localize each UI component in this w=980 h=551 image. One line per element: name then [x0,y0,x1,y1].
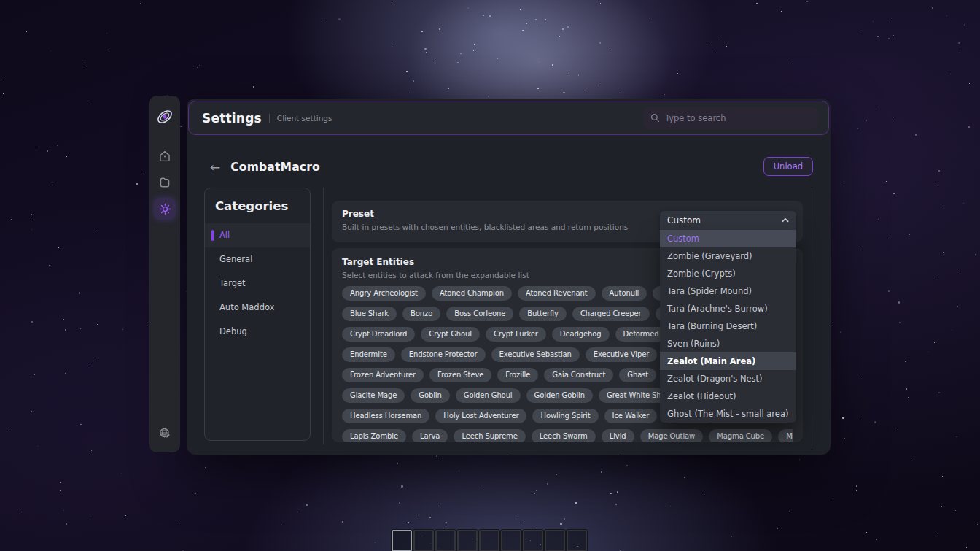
app-logo-icon [154,106,176,128]
entity-chip-howling-spirit[interactable]: Howling Spirit [532,409,598,423]
category-list: AllGeneralTargetAuto MaddoxDebug [205,223,310,344]
preset-option-zombie-crypts[interactable]: Zombie (Crypts) [660,265,796,282]
entity-chip-crypt-ghoul[interactable]: Crypt Ghoul [421,327,480,342]
entity-chip-larva[interactable]: Larva [412,429,448,442]
entity-chip-golden-goblin[interactable]: Golden Goblin [526,388,593,403]
unload-button[interactable]: Unload [763,157,813,176]
entity-chip-holy-lost-adventurer[interactable]: Holy Lost Adventurer [435,409,526,423]
entity-chip-ice-walker[interactable]: Ice Walker [604,409,658,423]
hotbar-slot-6[interactable] [501,530,521,551]
entity-chip-magma-cube[interactable]: Magma Cube [709,429,772,442]
entity-chip-golden-ghoul[interactable]: Golden Ghoul [456,388,521,403]
hotbar-slot-1[interactable] [392,530,412,551]
category-item-general[interactable]: General [205,247,310,271]
page-head: ← CombatMacro Unload [187,155,831,179]
hotbar-slot-2[interactable] [413,530,434,551]
settings-header: Settings Client settings [188,101,829,135]
preset-option-zealot-main-area[interactable]: Zealot (Main Area) [660,352,796,370]
preset-option-tara-arachne-s-burrow[interactable]: Tara (Arachne's Burrow) [660,300,796,317]
preset-option-zealot-hideout[interactable]: Zealot (Hideout) [660,388,796,405]
preset-option-zombie-graveyard[interactable]: Zombie (Graveyard) [660,247,796,265]
entity-chip-magma-cube-boss[interactable]: Magma Cube Boss [778,429,793,442]
settings-window: Settings Client settings ← CombatMacro U… [187,99,831,455]
settings-icon[interactable] [154,198,176,220]
entity-chip-gaia-construct[interactable]: Gaia Construct [544,368,613,382]
entity-chip-atoned-champion[interactable]: Atoned Champion [432,286,512,301]
entity-chip-executive-viper[interactable]: Executive Viper [586,347,657,362]
preset-dropdown-button[interactable]: Custom [660,211,796,230]
entity-chip-boss-corleone[interactable]: Boss Corleone [446,307,513,321]
preset-option-zealot-dragon-s-nest[interactable]: Zealot (Dragon's Nest) [660,370,796,388]
entity-chip-angry-archeologist[interactable]: Angry Archeologist [342,286,426,301]
entity-chip-headless-horseman[interactable]: Headless Horseman [342,409,429,423]
category-item-auto-maddox[interactable]: Auto Maddox [205,296,310,320]
preset-option-sven-ruins[interactable]: Sven (Ruins) [660,335,796,352]
preset-option-tara-burning-desert[interactable]: Tara (Burning Desert) [660,317,796,335]
page-title: CombatMacro [230,161,320,174]
entity-chip-butterfly[interactable]: Butterfly [519,307,567,321]
entity-chip-ghast[interactable]: Ghast [619,368,656,382]
entity-chip-lapis-zombie[interactable]: Lapis Zombie [342,429,406,442]
content-divider [323,188,324,444]
entity-chip-charged-creeper[interactable]: Charged Creeper [572,307,650,321]
preset-option-tara-spider-mound[interactable]: Tara (Spider Mound) [660,282,796,300]
categories-panel: Categories AllGeneralTargetAuto MaddoxDe… [204,188,311,441]
entity-chip-deadgehog[interactable]: Deadgehog [552,327,610,342]
icon-rail [149,96,180,452]
back-button[interactable]: ← [210,161,220,174]
category-item-debug[interactable]: Debug [205,320,310,344]
hotbar-slot-5[interactable] [479,530,499,551]
category-item-all[interactable]: All [205,223,310,247]
home-icon[interactable] [154,145,176,167]
settings-body: Categories AllGeneralTargetAuto MaddoxDe… [187,188,831,455]
hotbar-slot-4[interactable] [457,530,478,551]
content-scrollbar[interactable] [812,188,812,449]
entity-chip-frozille[interactable]: Frozille [497,368,538,382]
preset-option-ghost-the-mist-small-area[interactable]: Ghost (The Mist - small area) [660,405,796,423]
entity-chip-blue-shark[interactable]: Blue Shark [342,307,397,321]
entity-chip-goblin[interactable]: Goblin [411,388,450,403]
files-icon[interactable] [154,172,176,193]
world-edit-icon[interactable] [154,422,176,444]
search-icon [650,113,660,123]
categories-title: Categories [205,188,310,223]
entity-chip-endstone-protector[interactable]: Endstone Protector [401,347,486,362]
entity-chip-leech-supreme[interactable]: Leech Supreme [454,429,525,442]
settings-title: Settings [202,111,262,126]
entity-chip-leech-swarm[interactable]: Leech Swarm [532,429,596,442]
search-input[interactable] [665,113,811,123]
preset-dropdown-value: Custom [667,215,701,226]
category-item-target[interactable]: Target [205,271,310,296]
entity-chip-frozen-adventurer[interactable]: Frozen Adventurer [342,368,424,382]
hotbar-slot-9[interactable] [567,530,587,551]
hotbar-slot-7[interactable] [523,530,543,551]
entity-chip-executive-sebastian[interactable]: Executive Sebastian [491,347,580,362]
entity-chip-crypt-dreadlord[interactable]: Crypt Dreadlord [342,327,415,342]
hotbar [392,530,587,551]
search-box[interactable] [643,107,818,129]
entity-chip-mage-outlaw[interactable]: Mage Outlaw [640,429,704,442]
entity-chip-crypt-lurker[interactable]: Crypt Lurker [486,327,546,342]
entity-chip-atoned-revenant[interactable]: Atoned Revenant [518,286,596,301]
entity-chip-frozen-steve[interactable]: Frozen Steve [429,368,491,382]
entity-chip-autonull[interactable]: Autonull [602,286,648,301]
entity-chip-endermite[interactable]: Endermite [342,347,395,362]
hotbar-slot-3[interactable] [435,530,456,551]
preset-dropdown: Custom CustomZombie (Graveyard)Zombie (C… [660,211,796,423]
entity-chip-bonzo[interactable]: Bonzo [402,307,440,321]
entity-chip-livid[interactable]: Livid [602,429,634,442]
preset-dropdown-list: CustomZombie (Graveyard)Zombie (Crypts)T… [660,230,796,423]
hotbar-slot-8[interactable] [545,530,565,551]
chevron-up-icon [781,216,790,225]
preset-option-custom[interactable]: Custom [660,230,796,247]
entity-chip-glacite-mage[interactable]: Glacite Mage [342,388,405,403]
entity-chip-row: Lapis ZombieLarvaLeech SupremeLeech Swar… [342,429,793,442]
settings-subtitle: Client settings [269,114,332,123]
